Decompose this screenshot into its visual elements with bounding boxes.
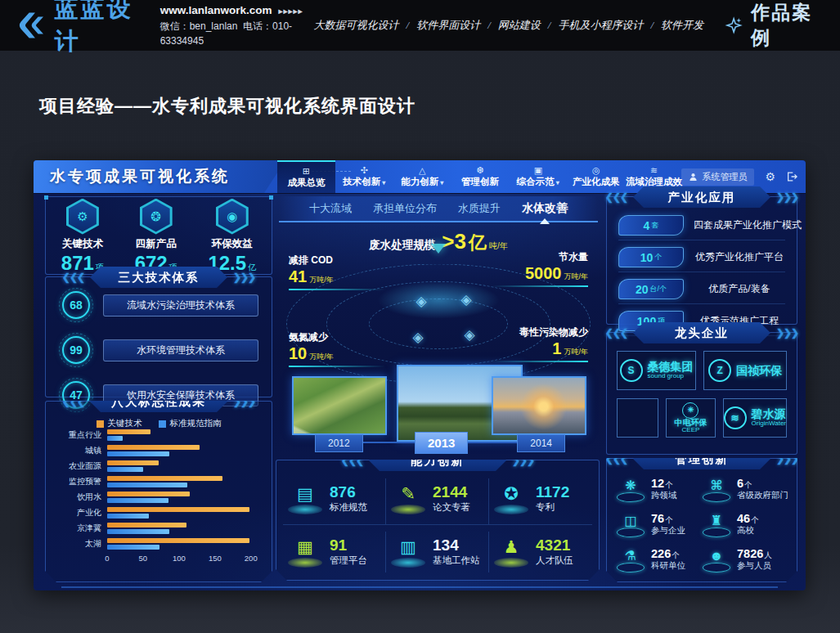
industrial-application-panel: ❮❮❮产业化应用❯❯❯ 4套 四套成果产业化推广模式 10个 优秀产业化推广平台…: [606, 196, 797, 325]
company-logo[interactable]: 蓝蓝设计: [18, 0, 146, 58]
dashboard-title: 水专项成果可视化系统: [34, 160, 285, 193]
document-icon: ▥: [391, 535, 425, 569]
nav-software-ui[interactable]: 软件界面设计: [416, 18, 480, 33]
chart-bar: [107, 483, 187, 487]
ceep-icon: ✳: [682, 402, 699, 419]
stat-env-benefit: ◉ 环保效益 12.5亿: [208, 199, 256, 273]
chart-bar: [107, 436, 123, 441]
landmark-achievements-chart-panel: ❮❮❮八大标志性成果❯❯❯ 关键技术 标准规范指南 重点行业 城镇 农业面源 监…: [45, 401, 272, 582]
chart-bar: [107, 451, 169, 456]
user-account-chip[interactable]: 系统管理员: [681, 168, 754, 186]
share-nodes-icon: ❋: [617, 475, 645, 503]
chart-bar: [107, 523, 186, 528]
chart-bar: [107, 529, 169, 534]
tech-system-row: 68 流域水污染治理技术体系: [59, 288, 258, 322]
timeline-year-2012[interactable]: 2012: [315, 434, 363, 452]
nav-separator: /: [487, 19, 491, 32]
chart-row: 产业化: [54, 507, 262, 519]
chart-bar: [107, 538, 249, 543]
chart-row: 监控预警: [54, 476, 262, 487]
chart-bar: [107, 429, 150, 434]
tab-ten-basins[interactable]: 十大流域: [309, 201, 352, 216]
portfolio-button[interactable]: 作品案例: [725, 0, 822, 51]
triangle-icon: △: [419, 165, 425, 175]
industrial-row: 10个 优秀产业化推广平台: [618, 240, 785, 272]
system-label[interactable]: 流域水污染治理技术体系: [103, 294, 258, 316]
menu-item-tech-innovation[interactable]: ✣ 技术创新▾: [335, 160, 393, 193]
chart-bar: [107, 514, 149, 519]
chart-legend: 关键技术 标准规范指南: [46, 418, 272, 429]
nav-separator: /: [548, 19, 551, 32]
chevron-down-icon: ▾: [382, 179, 385, 186]
logo-ceep[interactable]: ✳ 中电环保CEEP: [666, 398, 715, 438]
timeline-year-2013[interactable]: 2013: [415, 432, 468, 454]
photo-2012[interactable]: [292, 376, 387, 435]
photo-2014[interactable]: [492, 376, 586, 435]
user-icon: [689, 173, 698, 182]
lanlan-logo-icon: [18, 11, 47, 40]
stat-standards: ▤ 876标准规范: [283, 478, 386, 525]
badge-modes[interactable]: 4套: [618, 215, 684, 236]
center-tabs: 十大流域 承担单位分布 水质提升 水体改善: [279, 196, 598, 222]
industrial-row: 4套 四套成果产业化推广模式: [618, 209, 785, 240]
portfolio-label: 作品案例: [751, 0, 822, 51]
platform-icon: ▦: [288, 535, 322, 569]
nav-mobile-miniapp[interactable]: 手机及小程序设计: [558, 18, 643, 33]
page: 蓝蓝设计 www.lanlanwork.com▸▸▸▸▸ 微信：ben_lanl…: [0, 0, 840, 633]
leading-enterprises-panel: ❮❮❮龙头企业❯❯❯ S 桑德集团sound group Z 国祯环保: [606, 332, 797, 455]
industrial-row: 20台/个 优质产品/装备: [618, 272, 785, 304]
system-count: 99: [62, 336, 90, 364]
site-header: 蓝蓝设计 www.lanlanwork.com▸▸▸▸▸ 微信：ben_lanl…: [0, 0, 840, 51]
menu-item-capability-innovation[interactable]: △ 能力创新▾: [393, 160, 451, 193]
logout-icon[interactable]: [786, 171, 797, 182]
menu-item-overview[interactable]: ⊞ 成果总览: [277, 160, 335, 193]
tab-water-improvement[interactable]: 水体改善: [522, 201, 568, 216]
stat-cross-domain: ❋ 12个跨领域: [617, 475, 703, 503]
badge-equipment[interactable]: 20台/个: [618, 279, 684, 299]
cube-icon: ◈: [461, 291, 472, 308]
system-label[interactable]: 水环境管理技术体系: [103, 339, 258, 361]
logo-guozhen[interactable]: Z 国祯环保: [703, 351, 787, 390]
nodes-icon: ✣: [361, 165, 368, 175]
logo-placeholder[interactable]: [617, 398, 658, 438]
badge-platforms[interactable]: 10个: [618, 247, 684, 267]
stat-talent-teams: ♟ 4321人才队伍: [489, 532, 592, 572]
timeline-year-2014[interactable]: 2014: [517, 434, 565, 452]
book-icon: ▤: [288, 482, 322, 516]
bottom-frame-decoration: [61, 581, 778, 588]
management-innovation-panel: ❮❮❮管理创新❯❯❯ ❋ 12个跨领域 ⌘ 6个省级政府部门 ◫ 76个参与企业…: [606, 458, 797, 582]
section-title-industrial: 产业化应用: [633, 186, 770, 208]
logo-originwater[interactable]: ≋ 碧水源OriginWater: [723, 398, 787, 438]
legend-swatch-standards: [159, 420, 166, 428]
gear-icon[interactable]: ⚙: [765, 171, 775, 182]
org-chart-icon: ⌘: [703, 475, 730, 503]
nav-website[interactable]: 网站建设: [498, 18, 541, 33]
menu-item-management-innovation[interactable]: ❆ 管理创新: [451, 160, 510, 193]
chart-bar: [107, 476, 222, 481]
env-benefit-icon: ◉: [216, 199, 249, 235]
stat-provincial-departments: ⌘ 6个省级政府部门: [703, 475, 788, 503]
logo-sound-group[interactable]: S 桑德集团sound group: [617, 351, 696, 390]
stat-platforms: ▦ 91管理平台: [283, 532, 386, 572]
menu-item-demonstration[interactable]: ▣ 综合示范▾: [509, 160, 567, 193]
site-url[interactable]: www.lanlanwork.com: [160, 4, 272, 16]
callout-toxic-reduction: 毒性污染物减少 1万吨/年: [474, 325, 588, 362]
people-icon: ♟: [494, 535, 528, 569]
chart-bar: [107, 492, 190, 496]
chart-row: 重点行业: [54, 429, 262, 441]
medal-icon: ◎: [592, 165, 600, 175]
chart-row: 京津冀: [54, 523, 262, 534]
tab-unit-distribution[interactable]: 承担单位分布: [373, 201, 437, 216]
snowflake-icon: ❆: [476, 165, 483, 175]
capability-innovation-panel: ❮❮❮能力创新❯❯❯ ▤ 876标准规范 ✎ 2144论文专著 ✪ 1172专利…: [276, 460, 600, 581]
chart-bar: [107, 507, 249, 512]
contact-info: www.lanlanwork.com▸▸▸▸▸ 微信：ben_lanlan 电话…: [160, 2, 314, 48]
chart-bar: [107, 445, 200, 450]
nav-software-dev[interactable]: 软件开发: [661, 18, 703, 33]
tech-systems-panel: ❮❮❮三大技术体系❯❯❯ 68 流域水污染治理技术体系 99 水环境管理技术体系…: [45, 276, 272, 397]
tab-water-quality[interactable]: 水质提升: [458, 201, 501, 216]
microscope-icon: ⚗: [617, 545, 645, 573]
stat-patents: ✪ 1172专利: [489, 478, 592, 525]
legend-swatch-key-tech: [97, 420, 104, 428]
nav-bigdata-viz[interactable]: 大数据可视化设计: [314, 18, 399, 33]
